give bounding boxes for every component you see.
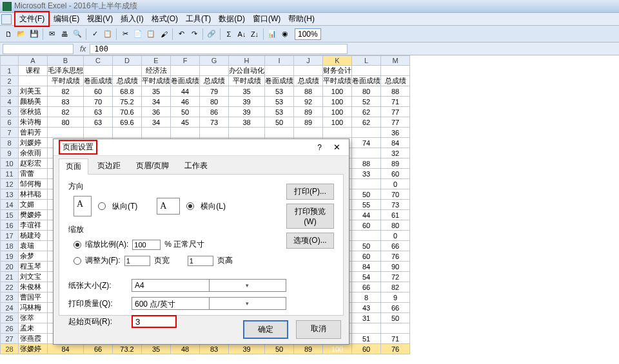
cell[interactable]: 89 bbox=[294, 344, 323, 354]
cell[interactable]: 90 bbox=[381, 262, 410, 272]
cell[interactable] bbox=[229, 128, 265, 138]
cell[interactable]: 35 bbox=[229, 86, 265, 97]
research-icon[interactable]: 📋 bbox=[102, 28, 113, 40]
row-header-9[interactable]: 9 bbox=[1, 148, 19, 158]
row-header-2[interactable]: 2 bbox=[1, 76, 19, 86]
portrait-radio[interactable] bbox=[98, 202, 106, 210]
row-header-24[interactable]: 24 bbox=[1, 303, 19, 313]
save-icon[interactable]: 💾 bbox=[28, 28, 40, 40]
cell[interactable]: 70 bbox=[381, 189, 410, 200]
cell[interactable]: 张萃 bbox=[19, 313, 48, 323]
cell[interactable]: 樊嫒婷 bbox=[19, 210, 48, 220]
menu-view[interactable]: 视图(V) bbox=[83, 12, 117, 26]
cell[interactable] bbox=[171, 66, 200, 76]
row-header-1[interactable]: 1 bbox=[1, 66, 19, 76]
cell[interactable]: 80 bbox=[352, 86, 381, 97]
formula-input[interactable]: 100 bbox=[90, 44, 348, 54]
col-header-F[interactable]: F bbox=[171, 56, 200, 66]
new-icon[interactable]: 🗋 bbox=[3, 28, 14, 40]
format-painter-icon[interactable]: 🖌 bbox=[158, 28, 170, 40]
cell[interactable]: 88 bbox=[294, 86, 323, 97]
undo-icon[interactable]: ↶ bbox=[175, 28, 187, 40]
tab-sheet[interactable]: 工作表 bbox=[178, 158, 214, 175]
row-header-28[interactable]: 28 bbox=[1, 344, 19, 354]
cell[interactable]: 34 bbox=[142, 97, 171, 107]
row-header-15[interactable]: 15 bbox=[1, 210, 19, 220]
cell[interactable]: 77 bbox=[381, 117, 410, 128]
cell[interactable]: 刘媛婷 bbox=[19, 138, 48, 148]
cell[interactable]: 34 bbox=[142, 117, 171, 128]
row-header-4[interactable]: 4 bbox=[1, 97, 19, 107]
cell[interactable] bbox=[352, 66, 381, 76]
cell[interactable]: 卷面成绩 bbox=[84, 76, 113, 86]
fit-radio[interactable] bbox=[74, 257, 81, 265]
row-header-21[interactable]: 21 bbox=[1, 272, 19, 282]
cell[interactable]: 84 bbox=[381, 138, 410, 148]
cell[interactable] bbox=[19, 76, 48, 86]
cell[interactable]: 50 bbox=[265, 117, 294, 128]
col-header-M[interactable]: M bbox=[381, 56, 410, 66]
cell[interactable]: 杨建玲 bbox=[19, 231, 48, 241]
cell[interactable]: 86 bbox=[200, 107, 229, 117]
cell[interactable]: 60 bbox=[352, 251, 381, 262]
cell[interactable] bbox=[113, 128, 142, 138]
cell[interactable]: 刘文宝 bbox=[19, 272, 48, 282]
cell[interactable]: 8 bbox=[352, 292, 381, 303]
options-button[interactable]: 选项(O)... bbox=[286, 233, 334, 249]
preview-icon[interactable]: 🔍 bbox=[72, 28, 83, 40]
cell[interactable]: 72 bbox=[381, 272, 410, 282]
cell[interactable]: 卷面成绩 bbox=[352, 76, 381, 86]
cell[interactable]: 60 bbox=[352, 344, 381, 354]
cell[interactable]: 68.8 bbox=[113, 86, 142, 97]
fx-icon[interactable]: fx bbox=[80, 44, 86, 53]
cell[interactable]: 32 bbox=[381, 148, 410, 158]
menu-file[interactable]: 文件(F) bbox=[14, 11, 50, 27]
cell[interactable] bbox=[200, 128, 229, 138]
cell[interactable] bbox=[352, 231, 381, 241]
cell[interactable]: 48 bbox=[171, 344, 200, 354]
menu-data[interactable]: 数据(D) bbox=[215, 12, 249, 26]
cell[interactable]: 朱诗梅 bbox=[19, 117, 48, 128]
menu-insert[interactable]: 插入(I) bbox=[117, 12, 147, 26]
cell[interactable] bbox=[352, 179, 381, 189]
cell[interactable]: 总成绩 bbox=[113, 76, 142, 86]
row-header-20[interactable]: 20 bbox=[1, 262, 19, 272]
paper-size-combo[interactable]: A4 ▾ bbox=[132, 279, 286, 292]
menu-help[interactable]: 帮助(H) bbox=[284, 12, 319, 26]
print-button[interactable]: 打印(P)... bbox=[286, 184, 334, 200]
cell[interactable]: 63 bbox=[84, 117, 113, 128]
cell[interactable]: 53 bbox=[265, 107, 294, 117]
mail-icon[interactable]: ✉ bbox=[46, 28, 57, 40]
cell[interactable]: 曾莉芳 bbox=[19, 128, 48, 138]
cell[interactable]: 62 bbox=[352, 107, 381, 117]
cell[interactable]: 平时成绩 bbox=[323, 76, 352, 86]
cell[interactable]: 38 bbox=[229, 117, 265, 128]
row-header-10[interactable]: 10 bbox=[1, 158, 19, 169]
sort-desc-icon[interactable]: Z↓ bbox=[249, 28, 260, 40]
cell[interactable] bbox=[294, 66, 323, 76]
spell-icon[interactable]: ✓ bbox=[89, 28, 101, 40]
cell[interactable]: 平时成绩 bbox=[48, 76, 84, 86]
row-header-16[interactable]: 16 bbox=[1, 220, 19, 231]
row-header-17[interactable]: 17 bbox=[1, 231, 19, 241]
cell[interactable]: 颜杨美 bbox=[19, 97, 48, 107]
cell[interactable] bbox=[294, 128, 323, 138]
cell[interactable]: 100 bbox=[323, 86, 352, 97]
cell[interactable]: 66 bbox=[381, 303, 410, 313]
dialog-help-button[interactable]: ? bbox=[317, 143, 322, 152]
row-header-14[interactable]: 14 bbox=[1, 200, 19, 210]
row-header-6[interactable]: 6 bbox=[1, 117, 19, 128]
cell[interactable]: 80 bbox=[200, 97, 229, 107]
cell[interactable]: 100 bbox=[323, 117, 352, 128]
cell[interactable]: 31 bbox=[352, 313, 381, 323]
scale-radio[interactable] bbox=[74, 241, 81, 249]
cell[interactable]: 刘美玉 bbox=[19, 86, 48, 97]
cell[interactable]: 82 bbox=[48, 86, 84, 97]
row-header-25[interactable]: 25 bbox=[1, 313, 19, 323]
cell[interactable]: 50 bbox=[352, 241, 381, 251]
cell[interactable]: 9 bbox=[381, 292, 410, 303]
col-header-J[interactable]: J bbox=[294, 56, 323, 66]
cell[interactable]: 73.2 bbox=[113, 344, 142, 354]
cell[interactable]: 39 bbox=[229, 107, 265, 117]
cell[interactable]: 79 bbox=[200, 86, 229, 97]
